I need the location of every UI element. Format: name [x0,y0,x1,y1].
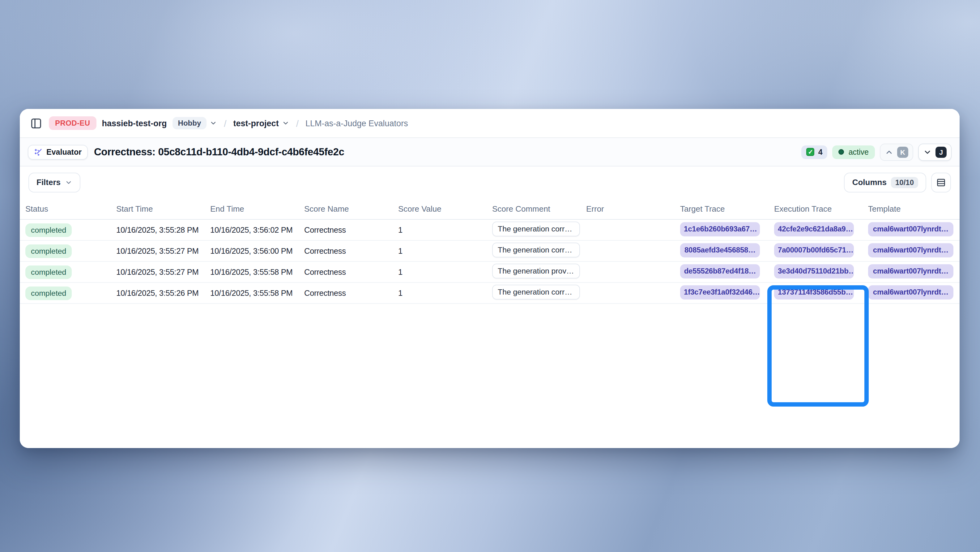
cell-score-value: 1 [393,246,487,255]
score-comment-chip[interactable]: The generation provi… [492,263,580,279]
project-selector[interactable]: test-project [234,118,290,128]
cell-end-time: 10/16/2025, 3:56:00 PM [205,246,299,255]
column-header-error[interactable]: Error [581,204,675,213]
column-header-target-trace[interactable]: Target Trace [675,204,768,213]
columns-label: Columns [852,178,887,187]
wand-sparkles-icon [34,148,43,156]
cell-score-name: Correctness [299,267,393,277]
column-header-end-time[interactable]: End Time [205,204,299,213]
target-trace-badge[interactable]: 1c1e6b260b693a67… [680,222,760,236]
column-header-template[interactable]: Template [862,204,959,213]
environment-badge: PROD-EU [49,116,97,130]
table-row[interactable]: completed 10/16/2025, 3:55:28 PM 10/16/2… [20,220,959,241]
chevron-down-icon [282,120,290,127]
filters-label: Filters [37,178,60,187]
table-toolbar: Filters Columns 10/10 [20,166,959,198]
score-comment-chip[interactable]: The generation corre… [492,242,580,257]
template-badge[interactable]: cmal6wart007lynrdt… [868,243,953,257]
columns-count-badge: 10/10 [891,177,918,188]
column-header-score-comment[interactable]: Score Comment [487,204,581,213]
next-record-button[interactable]: J [918,143,951,161]
target-trace-badge[interactable]: de55526b87ed4f18… [680,264,760,278]
column-header-score-name[interactable]: Score Name [299,204,393,213]
breadcrumb-project: test-project [234,118,279,128]
breadcrumb-org[interactable]: hassieb-test-org [102,118,167,128]
table-row[interactable]: completed 10/16/2025, 3:55:27 PM 10/16/2… [20,241,959,262]
column-header-start-time[interactable]: Start Time [111,204,205,213]
filters-button[interactable]: Filters [29,172,80,192]
cell-score-name: Correctness [299,246,393,255]
breadcrumb-page: LLM-as-a-Judge Evaluators [305,118,408,128]
previous-record-button[interactable]: K [880,143,913,161]
chevron-down-icon [923,148,932,156]
breadcrumb: PROD-EU hassieb-test-org Hobby / test-pr… [20,109,959,138]
results-table: StatusStart TimeEnd TimeScore NameScore … [20,198,959,448]
evaluator-type-label: Evaluator [46,148,82,156]
columns-button[interactable]: Columns 10/10 [844,172,926,192]
cell-score-value: 1 [393,267,487,277]
table-row[interactable]: completed 10/16/2025, 3:55:27 PM 10/16/2… [20,262,959,283]
execution-trace-badge[interactable]: 7a00007b00fd65c71… [774,243,854,257]
score-comment-chip[interactable]: The generation corre… [492,285,580,300]
cell-start-time: 10/16/2025, 3:55:28 PM [111,225,205,235]
template-badge[interactable]: cmal6wart007lynrdt… [868,264,953,278]
status-badge: completed [25,286,72,300]
table-body: completed 10/16/2025, 3:55:28 PM 10/16/2… [20,220,959,304]
cell-score-value: 1 [393,289,487,298]
status-badge: active [832,145,875,159]
status-label: active [849,148,869,156]
evaluator-type-badge: Evaluator [28,145,88,160]
chevron-down-icon [65,179,72,186]
success-count-badge: ✓ 4 [802,145,827,159]
score-comment-chip[interactable]: The generation corre… [492,222,580,236]
cell-start-time: 10/16/2025, 3:55:26 PM [111,289,205,298]
rows-icon [936,177,946,187]
evaluator-header: Evaluator Correctness: 05c8c11d-b110-4db… [20,138,959,166]
template-badge[interactable]: cmal6wart007lynrdt… [868,222,953,236]
column-header-score-value[interactable]: Score Value [393,204,487,213]
active-dot-icon [839,149,844,155]
table-row[interactable]: completed 10/16/2025, 3:55:26 PM 10/16/2… [20,283,959,304]
cell-score-value: 1 [393,225,487,235]
breadcrumb-separator: / [295,118,300,128]
column-header-execution-trace[interactable]: Execution Trace [768,204,862,213]
panel-left-icon [30,117,42,129]
column-header-status[interactable]: Status [20,204,111,213]
cell-start-time: 10/16/2025, 3:55:27 PM [111,267,205,277]
main-panel: PROD-EU hassieb-test-org Hobby / test-pr… [20,109,959,448]
execution-trace-badge[interactable]: 13737114f3586d55b… [774,285,854,299]
cell-score-name: Correctness [299,225,393,235]
plan-badge: Hobby [172,117,207,129]
status-badge: completed [25,265,72,279]
target-trace-badge[interactable]: 8085aefd3e456858… [680,243,760,257]
chevron-up-icon [885,148,893,156]
check-icon: ✓ [807,148,815,156]
sidebar-toggle-button[interactable] [29,116,43,131]
kbd-shortcut: J [935,146,947,158]
execution-trace-badge[interactable]: 3e3d40d75110d21bb… [774,264,854,278]
target-trace-badge[interactable]: 1f3c7ee3f1a0f32d46… [680,285,760,299]
cell-end-time: 10/16/2025, 3:55:58 PM [205,267,299,277]
page-title: Correctness: 05c8c11d-b110-4db4-9dcf-c4b… [94,146,344,158]
cell-start-time: 10/16/2025, 3:55:27 PM [111,246,205,255]
status-badge: completed [25,223,72,237]
template-badge[interactable]: cmal6wart007lynrdt… [868,285,953,299]
cell-score-name: Correctness [299,289,393,298]
table-header-row: StatusStart TimeEnd TimeScore NameScore … [20,198,959,220]
status-badge: completed [25,244,72,258]
cell-end-time: 10/16/2025, 3:56:02 PM [205,225,299,235]
row-height-button[interactable] [931,172,951,192]
page-background: PROD-EU hassieb-test-org Hobby / test-pr… [0,0,980,552]
kbd-shortcut: K [897,146,908,158]
execution-trace-badge[interactable]: 42cfe2e9c621da8a9… [774,222,854,236]
cell-end-time: 10/16/2025, 3:55:58 PM [205,289,299,298]
success-count: 4 [818,148,822,156]
chevron-down-icon [210,120,217,127]
org-plan-selector[interactable]: Hobby [172,117,217,129]
breadcrumb-separator: / [223,118,228,128]
